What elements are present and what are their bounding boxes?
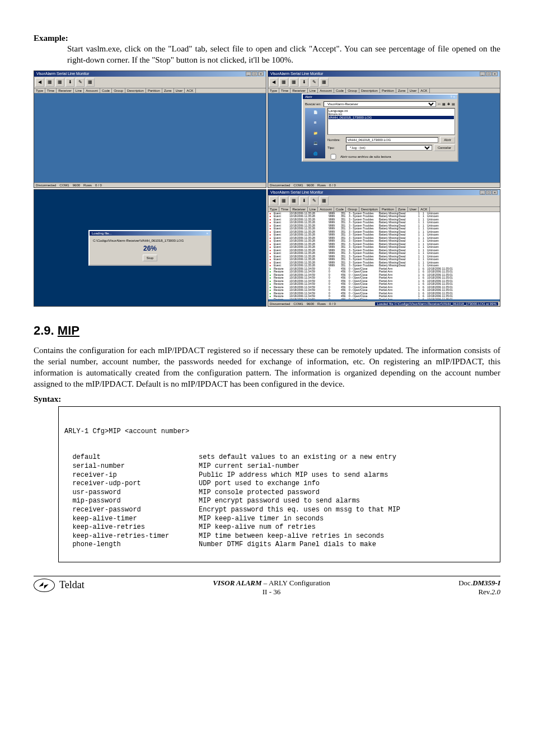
status-port: COM1 [59,184,69,187]
col-code[interactable]: Code [334,88,346,93]
desktop-icon[interactable]: 🖥 [310,119,320,126]
download-icon[interactable]: ⬇ [299,196,308,205]
history-icon[interactable]: 📄 [310,109,320,116]
toolbar-btn-6[interactable]: ▦ [320,196,329,205]
network-icon[interactable]: 🌐 [310,150,320,157]
nav-view-icon[interactable]: ▤ [452,102,455,106]
status-port: COM1 [293,184,303,187]
syntax-row: receiver-passwordEncrypt password this e… [64,506,494,515]
back-icon[interactable]: ◀ [269,196,278,205]
dialog-close-icon[interactable]: ? × [450,95,455,98]
toolbar-btn-3[interactable]: ▦ [289,78,298,87]
filename-input[interactable] [346,137,438,143]
lookin-select[interactable]: VisorAlarm-Receiver [324,101,436,107]
stop-button[interactable]: Stop [143,255,157,261]
event-row[interactable]: Restore10/18/2006 11:34:5904560 - Open/C… [268,298,500,299]
col-line[interactable]: Line [308,207,318,212]
col-group[interactable]: Group [346,88,359,93]
col-account[interactable]: Account [318,207,334,212]
close-icon[interactable]: × [492,190,498,195]
close-icon[interactable]: × [258,72,264,76]
col-ack[interactable]: ACK [419,88,429,93]
col-group[interactable]: Group [112,88,125,93]
col-time[interactable]: Time [279,207,291,212]
col-partition[interactable]: Partition [146,88,162,93]
titlebar: VisorAlarm Serial Line Monitor _ □ × [268,190,500,195]
toolbar-btn-3[interactable]: ▦ [55,78,64,87]
loading-dialog: Loading file... × C:\Codigo\VisorAlarm-R… [88,230,212,266]
toolbar-btn-6[interactable]: ▦ [86,78,95,87]
col-code[interactable]: Code [100,88,112,93]
col-receiver[interactable]: Receiver [291,207,308,212]
event-list[interactable]: Event10/18/2006 11:35:2899993513 - Syste… [268,212,500,299]
filetype-select[interactable]: *.log - (txt) [346,145,432,151]
col-receiver[interactable]: Receiver [291,88,308,93]
example-text: Start vaslm.exe, click on the "Load" tab… [67,43,500,66]
file-item-selected[interactable]: VAHH_061018_173000.LOG [329,116,454,119]
col-description[interactable]: Description [359,207,380,212]
back-icon[interactable]: ◀ [269,78,278,87]
nav-up-icon[interactable]: ▦ [442,102,446,106]
col-partition[interactable]: Partition [380,88,396,93]
col-ack[interactable]: ACK [419,207,429,212]
documents-icon[interactable]: 📁 [310,129,320,136]
col-zone[interactable]: Zone [396,88,408,93]
nav-back-icon[interactable]: ⇦ [438,102,441,106]
edit-icon[interactable]: ✎ [310,78,318,87]
minimize-icon[interactable]: _ [480,190,485,195]
readonly-checkbox[interactable] [330,154,337,159]
toolbar-btn-2[interactable]: ▦ [279,196,288,205]
my-pc-icon[interactable]: 💻 [310,140,320,147]
edit-icon[interactable]: ✎ [76,78,85,87]
col-type[interactable]: Type [268,207,279,212]
col-ack[interactable]: ACK [185,88,195,93]
dialog-close-icon[interactable]: × [206,232,208,235]
toolbar-btn-2[interactable]: ▦ [45,78,54,87]
syntax-header: ARLY-1 Cfg>MIP <account number> [64,428,494,436]
col-time[interactable]: Time [45,88,57,93]
open-button[interactable]: Abrir [440,137,455,143]
statusbar: Disconnected COM1 9600 Rows 0 / 0 [268,182,500,187]
download-icon[interactable]: ⬇ [65,78,74,87]
cancel-button[interactable]: Cancelar [434,144,455,151]
col-type[interactable]: Type [34,88,45,93]
close-icon[interactable]: × [492,72,498,76]
minimize-icon[interactable]: _ [246,72,251,76]
col-description[interactable]: Description [359,88,380,93]
file-list[interactable]: Language.ini Errors.ini VAHH_061018_1730… [327,108,455,135]
status-loaded-file: Loaded file C:\Codigo\VisorAlarm-Receive… [375,302,498,306]
col-user[interactable]: User [408,207,419,212]
section-title: MIP [58,323,79,337]
maximize-icon[interactable]: □ [486,72,491,76]
col-group[interactable]: Group [346,207,359,212]
col-account[interactable]: Account [318,88,334,93]
maximize-icon[interactable]: □ [252,72,257,76]
syntax-row: defaultsets default values to an existin… [64,453,494,462]
col-line[interactable]: Line [74,88,84,93]
col-account[interactable]: Account [84,88,100,93]
col-receiver[interactable]: Receiver [57,88,74,93]
edit-icon[interactable]: ✎ [310,196,318,205]
minimize-icon[interactable]: _ [480,72,485,76]
col-line[interactable]: Line [308,88,318,93]
download-icon[interactable]: ⬇ [299,78,308,87]
toolbar-btn-2[interactable]: ▦ [279,78,288,87]
col-user[interactable]: User [408,88,419,93]
app-window-events: VisorAlarm Serial Line Monitor _ □ × ◀ ▦… [268,189,500,307]
col-description[interactable]: Description [125,88,146,93]
col-zone[interactable]: Zone [396,207,408,212]
syntax-row: usr-passwordMIP console protected passwo… [64,489,494,497]
maximize-icon[interactable]: □ [486,190,491,195]
col-time[interactable]: Time [279,88,291,93]
back-icon[interactable]: ◀ [35,78,44,87]
app-window-empty: VisorAlarm Serial Line Monitor _ □ × ◀ ▦… [34,71,266,188]
col-code[interactable]: Code [334,207,346,212]
toolbar-btn-3[interactable]: ▦ [289,196,298,205]
col-user[interactable]: User [174,88,185,93]
toolbar-btn-6[interactable]: ▦ [320,78,329,87]
status-connection: Disconnected [270,184,290,187]
col-zone[interactable]: Zone [162,88,174,93]
col-partition[interactable]: Partition [380,207,396,212]
nav-new-icon[interactable]: ✽ [447,102,450,106]
col-type[interactable]: Type [268,88,279,93]
